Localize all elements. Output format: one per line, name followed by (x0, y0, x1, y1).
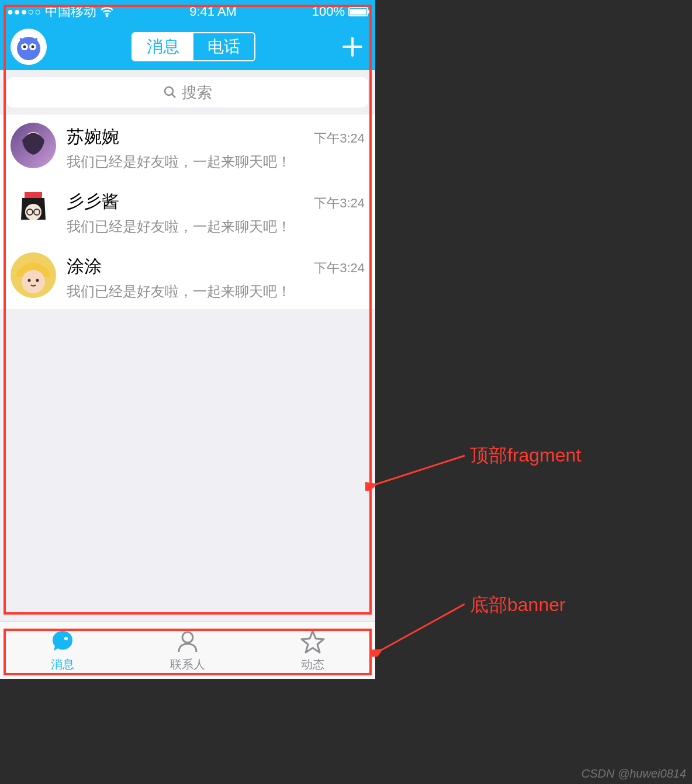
phone-frame: ●●●○○ 中国移动 9:41 AM 100% 消息 电话 (0, 0, 375, 679)
message-bubble-icon (49, 629, 76, 655)
chat-item[interactable]: 涂涂 下午3:24 我们已经是好友啦，一起来聊天吧！ (0, 244, 375, 309)
wifi-icon (100, 5, 114, 19)
carrier-label: 中国移动 (45, 3, 96, 20)
battery-pct: 100% (312, 4, 345, 19)
nav-bar: 消息 电话 (0, 23, 375, 70)
arrow-bottom-icon (371, 598, 470, 657)
svg-point-8 (165, 87, 173, 95)
annotation-top-label: 顶部fragment (470, 443, 581, 469)
svg-point-19 (28, 279, 31, 282)
avatar (11, 123, 56, 168)
chat-name: 涂涂 (67, 255, 102, 279)
signal-dots-icon: ●●●○○ (7, 6, 41, 18)
chat-name: 苏婉婉 (67, 125, 119, 149)
tab-messages-seg[interactable]: 消息 (133, 33, 193, 60)
watermark: CSDN @huwei0814 (582, 767, 686, 780)
chat-time: 下午3:24 (314, 195, 365, 212)
search-input[interactable]: 搜索 (7, 77, 368, 107)
segmented-control: 消息 电话 (132, 32, 255, 61)
chat-body: 涂涂 下午3:24 我们已经是好友啦，一起来聊天吧！ (67, 252, 365, 301)
svg-point-5 (32, 46, 34, 48)
status-right: 100% (312, 4, 368, 19)
tab-label: 动态 (301, 657, 324, 672)
tab-moments[interactable]: 动态 (250, 622, 375, 679)
search-icon (163, 85, 177, 99)
svg-rect-13 (25, 192, 42, 198)
status-left: ●●●○○ 中国移动 (7, 3, 114, 20)
search-placeholder: 搜索 (182, 82, 212, 103)
chat-message: 我们已经是好友啦，一起来聊天吧！ (67, 282, 365, 301)
status-time: 9:41 AM (189, 4, 237, 19)
svg-point-18 (22, 270, 45, 293)
tab-messages[interactable]: 消息 (0, 622, 125, 679)
svg-line-24 (380, 604, 465, 651)
person-icon (174, 629, 201, 655)
chat-time: 下午3:24 (314, 259, 365, 277)
tab-label: 联系人 (170, 657, 205, 672)
avatar (11, 252, 56, 298)
chat-name: 彡彡酱 (67, 190, 119, 214)
svg-line-23 (374, 456, 465, 485)
chat-body: 苏婉婉 下午3:24 我们已经是好友啦，一起来聊天吧！ (67, 123, 365, 171)
chat-message: 我们已经是好友啦，一起来聊天吧！ (67, 217, 365, 236)
app-avatar-button[interactable] (11, 29, 47, 65)
svg-point-11 (29, 140, 32, 143)
svg-point-12 (36, 140, 39, 143)
add-button[interactable] (340, 34, 365, 59)
tab-bar: 消息 联系人 动态 (0, 622, 375, 679)
chat-body: 彡彡酱 下午3:24 我们已经是好友啦，一起来聊天吧！ (67, 188, 365, 236)
svg-point-20 (36, 279, 39, 282)
svg-point-4 (23, 46, 26, 48)
tab-contacts[interactable]: 联系人 (125, 622, 250, 679)
chat-time: 下午3:24 (314, 130, 365, 147)
star-icon (299, 629, 326, 655)
chat-item[interactable]: 苏婉婉 下午3:24 我们已经是好友啦，一起来聊天吧！ (0, 115, 375, 179)
chat-item[interactable]: 彡彡酱 下午3:24 我们已经是好友啦，一起来聊天吧！ (0, 179, 375, 244)
chat-list: 苏婉婉 下午3:24 我们已经是好友啦，一起来聊天吧！ 彡彡酱 下午3:24 我… (0, 115, 375, 309)
svg-point-0 (106, 15, 108, 16)
tab-label: 消息 (51, 657, 74, 672)
avatar (11, 188, 56, 233)
tab-phone-seg[interactable]: 电话 (193, 33, 254, 60)
chat-message: 我们已经是好友啦，一起来聊天吧！ (67, 152, 365, 171)
svg-point-21 (64, 637, 68, 640)
arrow-top-icon (365, 450, 470, 491)
status-bar: ●●●○○ 中国移动 9:41 AM 100% (0, 0, 375, 23)
svg-point-22 (182, 632, 193, 643)
annotation-bottom-label: 底部banner (470, 592, 566, 618)
svg-line-9 (172, 94, 175, 98)
battery-icon (348, 7, 368, 16)
